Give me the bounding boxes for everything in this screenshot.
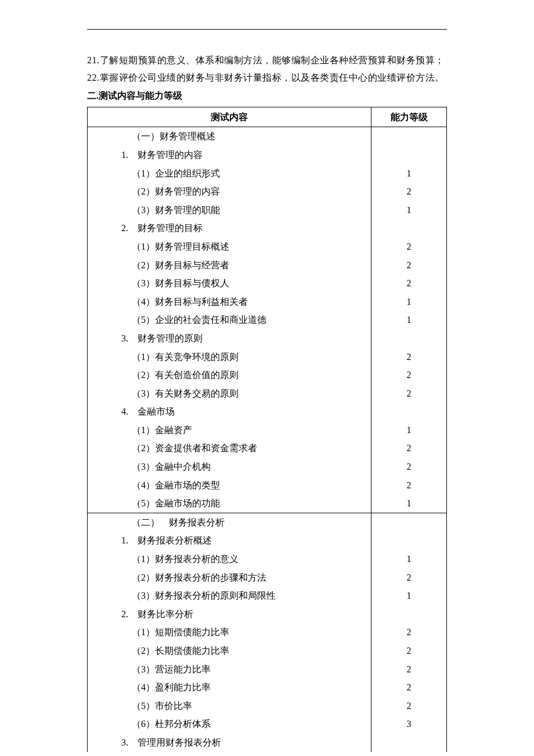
content-cell: （3）财务报表分析的原则和局限性 [88,586,371,605]
table-row: （3）财务目标与债权人2 [88,274,447,293]
content-cell: 2. 财务管理的目标 [88,219,371,237]
level-cell [371,605,447,624]
content-text: （2）财务管理的内容 [110,186,220,196]
content-cell: （2）财务报表分析的步骤和方法 [88,568,371,587]
content-cell: （5）市价比率 [88,697,371,715]
level-cell: 2 [371,458,447,476]
content-text: （2）财务报表分析的步骤和方法 [110,573,266,582]
content-text: 3. 财务管理的原则 [110,333,203,343]
intro-line-21: 21.了解短期预算的意义、体系和编制方法，能够编制企业各种经营预算和财务预算； [87,53,447,68]
content-text: （4）金融市场的类型 [110,480,220,490]
content-text: （3）金融中介机构 [110,462,211,471]
table-row: （3）有关财务交易的原则2 [88,384,447,403]
table-row: （3）营运能力比率2 [88,660,447,679]
table-row: （3）财务管理的职能1 [88,201,447,219]
content-text: （3）营运能力比率 [110,664,211,674]
level-cell: 2 [371,439,447,458]
table-row: 4. 金融市场 [88,402,447,421]
table-row: （2）财务目标与经营者2 [88,256,447,275]
content-cell: （2）资金提供者和资金需求者 [88,439,371,458]
content-cell: （1）短期偿债能力比率 [88,623,371,642]
table-row: 1. 财务报表分析概述 [88,531,447,550]
header-level: 能力等级 [371,107,447,127]
table-row: （1）有关竞争环境的原则2 [88,348,447,366]
content-text: （3）有关财务交易的原则 [110,388,239,398]
table-row: 3. 管理用财务报表分析 [88,733,447,752]
table-row: 2. 财务比率分析 [88,605,447,624]
content-cell: （3）金融中介机构 [88,458,371,476]
table-row: 3. 财务管理的原则 [88,329,447,348]
table-row: （3）金融中介机构2 [88,458,447,476]
content-cell: 2. 财务比率分析 [88,605,371,624]
table-row: （4）财务目标与利益相关者1 [88,293,447,311]
content-cell: （3）财务管理的职能 [88,201,371,219]
content-text: （5）企业的社会责任和商业道德 [110,315,266,325]
content-cell: （3）有关财务交易的原则 [88,384,371,403]
intro-block: 21.了解短期预算的意义、体系和编制方法，能够编制企业各种经营预算和财务预算； … [87,53,447,85]
table-row: （4）金融市场的类型2 [88,476,447,495]
content-text: （3）财务目标与债权人 [110,278,229,288]
content-cell: （1）财务报表分析的意义 [88,550,371,568]
content-text: 1. 财务报表分析概述 [110,535,212,545]
table-row: （2）财务管理的内容2 [88,182,447,201]
content-text: 3. 管理用财务报表分析 [110,737,221,747]
table-row: （5）市价比率2 [88,697,447,715]
content-cell: 4. 金融市场 [88,402,371,421]
level-cell [371,219,447,237]
content-text: （1）短期偿债能力比率 [110,627,229,637]
content-cell: 3. 管理用财务报表分析 [88,733,371,752]
level-cell: 2 [371,274,447,293]
table-header-row: 测试内容 能力等级 [88,107,447,127]
level-cell: 1 [371,311,447,329]
content-text: （2）有关创造价值的原则 [110,370,239,380]
content-text: （二） 财务报表分析 [110,517,225,527]
level-cell [371,146,447,164]
table-row: （4）盈利能力比率2 [88,678,447,697]
content-text: （4）盈利能力比率 [110,682,211,692]
content-cell: （4）财务目标与利益相关者 [88,293,371,311]
level-cell [371,733,447,752]
table-row: 1. 财务管理的内容 [88,146,447,164]
level-cell: 2 [371,384,447,403]
content-text: 2. 财务比率分析 [110,609,193,619]
level-cell: 2 [371,697,447,715]
content-cell: （1）财务管理目标概述 [88,237,371,256]
content-text: 1. 财务管理的内容 [110,150,203,160]
content-text: （3）财务管理的职能 [110,205,220,215]
content-cell: （2）财务目标与经营者 [88,256,371,275]
content-cell: （二） 财务报表分析 [88,513,371,531]
content-text: （1）财务管理目标概述 [110,242,229,251]
table-row: （2）有关创造价值的原则2 [88,366,447,384]
level-cell: 2 [371,476,447,495]
content-cell: （一）财务管理概述 [88,127,371,146]
level-cell: 2 [371,642,447,660]
table-row: 2. 财务管理的目标 [88,219,447,237]
content-cell: （2）长期偿债能力比率 [88,642,371,660]
table-row: （1）金融资产1 [88,421,447,440]
content-text: （5）金融市场的功能 [110,498,220,508]
content-cell: （6）杜邦分析体系 [88,715,371,733]
level-cell [371,329,447,348]
table-row: （1）企业的组织形式1 [88,164,447,183]
content-cell: （4）金融市场的类型 [88,476,371,495]
level-cell: 2 [371,623,447,642]
table-body: （一）财务管理概述1. 财务管理的内容（1）企业的组织形式1（2）财务管理的内容… [88,127,447,752]
content-text: （2）财务目标与经营者 [110,260,229,270]
content-cell: （4）盈利能力比率 [88,678,371,697]
content-text: （1）有关竞争环境的原则 [110,352,239,362]
content-text: （1）金融资产 [110,425,192,435]
content-cell: （3）营运能力比率 [88,660,371,679]
content-cell: （5）企业的社会责任和商业道德 [88,311,371,329]
level-cell: 1 [371,586,447,605]
table-row: （1）财务管理目标概述2 [88,237,447,256]
level-cell: 3 [371,715,447,733]
content-text: 4. 金融市场 [110,406,175,416]
content-cell: 1. 财务报表分析概述 [88,531,371,550]
content-text: （4）财务目标与利益相关者 [110,297,248,307]
content-text: 2. 财务管理的目标 [110,223,203,233]
level-cell: 2 [371,366,447,384]
content-table: 测试内容 能力等级 （一）财务管理概述1. 财务管理的内容（1）企业的组织形式1… [87,107,447,752]
content-cell: 3. 财务管理的原则 [88,329,371,348]
table-row: （6）杜邦分析体系3 [88,715,447,733]
level-cell: 1 [371,550,447,568]
